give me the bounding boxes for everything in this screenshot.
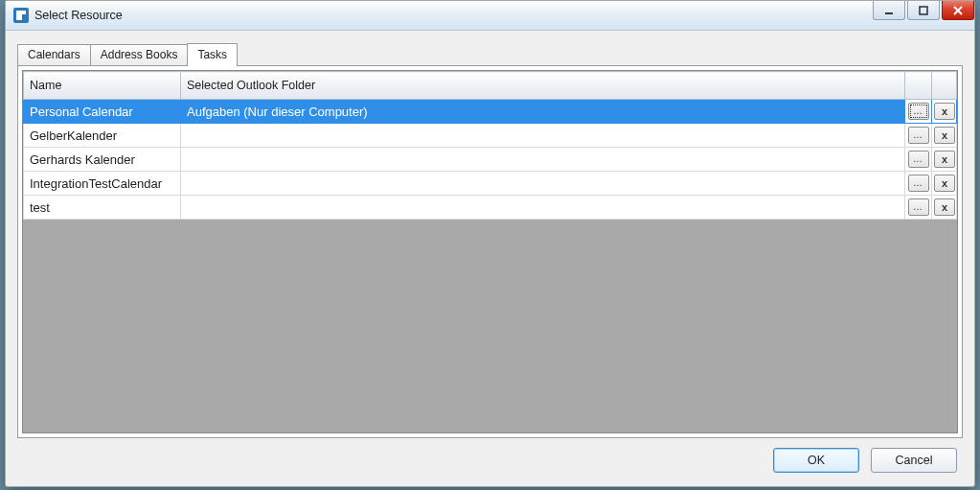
delete-button[interactable]: x	[934, 151, 955, 168]
browse-button[interactable]: …	[908, 151, 929, 168]
browse-button[interactable]: …	[908, 175, 929, 192]
grid-empty-area	[23, 220, 957, 432]
column-header-delete	[932, 72, 957, 100]
table-row[interactable]: Gerhards Kalender…x	[24, 148, 957, 172]
cell-browse: …	[905, 148, 932, 172]
tab-tasks[interactable]: Tasks	[187, 43, 238, 66]
cell-name[interactable]: IntegrationTestCalendar	[24, 172, 181, 196]
delete-button[interactable]: x	[934, 175, 955, 192]
close-button[interactable]	[942, 1, 974, 20]
cell-delete: x	[932, 124, 957, 148]
tab-address-books[interactable]: Address Books	[90, 44, 189, 65]
svg-rect-1	[920, 7, 927, 14]
ellipsis-icon: …	[913, 205, 923, 209]
cell-folder[interactable]	[181, 196, 905, 220]
svg-rect-0	[885, 12, 893, 14]
title-bar[interactable]: Select Resource	[6, 1, 974, 31]
ellipsis-icon: …	[913, 157, 923, 161]
dialog-footer: OK Cancel	[17, 438, 963, 477]
cell-delete: x	[932, 100, 957, 124]
dialog-body: Calendars Address Books Tasks Name	[6, 31, 974, 486]
dialog-window: Select Resource Calendars Address Books …	[5, 0, 975, 487]
cell-name[interactable]: GelberKalender	[24, 124, 181, 148]
x-icon: x	[942, 105, 947, 117]
table-row[interactable]: Personal CalendarAufgaben (Nur dieser Co…	[24, 100, 957, 124]
cell-delete: x	[932, 148, 957, 172]
column-header-folder[interactable]: Selected Outlook Folder	[181, 72, 905, 100]
cell-delete: x	[932, 196, 957, 220]
table-row[interactable]: test…x	[24, 196, 957, 220]
tab-strip: Calendars Address Books Tasks	[17, 42, 963, 65]
resource-grid: Name Selected Outlook Folder Personal Ca…	[23, 71, 957, 220]
delete-button[interactable]: x	[934, 198, 955, 216]
cancel-button[interactable]: Cancel	[871, 448, 957, 473]
tab-panel: Name Selected Outlook Folder Personal Ca…	[17, 65, 963, 438]
cell-folder[interactable]: Aufgaben (Nur dieser Computer)	[181, 100, 905, 124]
cell-name[interactable]: Personal Calendar	[24, 100, 181, 124]
minimize-button[interactable]	[873, 1, 905, 20]
delete-button[interactable]: x	[934, 127, 955, 144]
column-header-browse	[905, 72, 932, 100]
x-icon: x	[942, 177, 947, 189]
minimize-icon	[883, 5, 895, 16]
browse-button[interactable]: …	[908, 103, 929, 120]
cell-browse: …	[905, 124, 932, 148]
window-controls	[873, 1, 974, 20]
tab-calendars[interactable]: Calendars	[17, 44, 91, 65]
cell-name[interactable]: test	[24, 196, 181, 220]
app-icon	[13, 8, 29, 23]
ellipsis-icon: …	[913, 181, 923, 185]
x-icon: x	[942, 153, 947, 165]
x-icon: x	[942, 129, 947, 141]
cell-folder[interactable]	[181, 172, 905, 196]
window-title: Select Resource	[34, 9, 123, 22]
x-icon: x	[942, 201, 947, 213]
maximize-button[interactable]	[907, 1, 940, 20]
browse-button[interactable]: …	[908, 198, 929, 216]
browse-button[interactable]: …	[908, 127, 929, 144]
column-header-name[interactable]: Name	[24, 72, 181, 100]
maximize-icon	[918, 5, 929, 16]
cell-browse: …	[905, 100, 932, 124]
cell-folder[interactable]	[181, 148, 905, 172]
ellipsis-icon: …	[913, 109, 923, 113]
ellipsis-icon: …	[913, 133, 923, 137]
table-row[interactable]: IntegrationTestCalendar…x	[24, 172, 957, 196]
cell-browse: …	[905, 196, 932, 220]
ok-button[interactable]: OK	[773, 448, 859, 473]
grid-container: Name Selected Outlook Folder Personal Ca…	[22, 70, 958, 433]
cell-delete: x	[932, 172, 957, 196]
cell-folder[interactable]	[181, 124, 905, 148]
cell-name[interactable]: Gerhards Kalender	[24, 148, 181, 172]
delete-button[interactable]: x	[934, 103, 955, 120]
close-icon	[952, 5, 964, 16]
cell-browse: …	[905, 172, 932, 196]
table-row[interactable]: GelberKalender…x	[24, 124, 957, 148]
